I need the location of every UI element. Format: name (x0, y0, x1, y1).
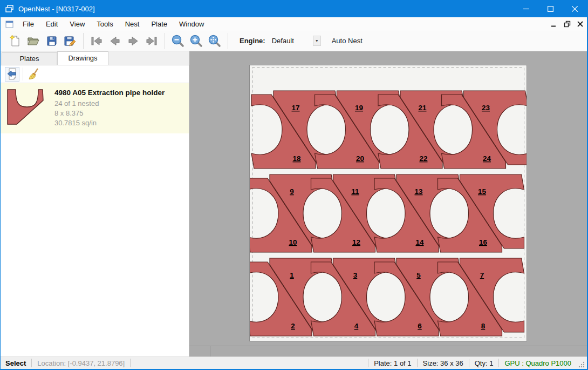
drawings-panel: 4980 A05 Extraction pipe holder 24 of 1 … (1, 65, 189, 356)
part-number: 4 (354, 322, 359, 330)
auto-nest-button[interactable]: Auto Nest (329, 35, 366, 47)
canvas-scroll-tick (210, 346, 210, 356)
part-number: 18 (292, 154, 301, 163)
zoom-in-button[interactable] (187, 32, 206, 50)
part-thumbnail (7, 89, 49, 128)
main-toolbar: Engine: Default ▾ Auto Nest (1, 31, 587, 51)
plate[interactable]: 171819202122232491011121314151612345678 (249, 65, 527, 341)
drawing-list-item[interactable]: 4980 A05 Extraction pipe holder 24 of 1 … (1, 83, 189, 133)
part-number: 12 (352, 238, 360, 246)
maximize-button[interactable] (538, 0, 563, 17)
canvas-scroll-divider (189, 346, 587, 346)
status-plate: Plate: 1 of 1 (368, 359, 416, 367)
status-size: Size: 36 x 36 (418, 359, 469, 367)
part-number: 23 (482, 104, 490, 112)
window-title: OpenNest - [N0317-002] (18, 5, 95, 13)
part-number: 11 (351, 187, 359, 196)
part-number: 10 (289, 238, 297, 246)
nest-canvas[interactable]: 171819202122232491011121314151612345678 (189, 51, 587, 356)
menu-tools[interactable]: Tools (91, 18, 119, 30)
mdi-restore-button[interactable] (561, 19, 573, 30)
previous-plate-button[interactable] (106, 32, 124, 50)
part-number: 13 (414, 187, 423, 196)
part-number: 24 (483, 154, 491, 163)
opennest-window: OpenNest - [N0317-002] File Edit View To… (0, 0, 588, 370)
part-pair: 2324 (442, 91, 527, 169)
drawing-area: 30.7815 sq/in (54, 118, 165, 128)
menu-window[interactable]: Window (173, 18, 210, 30)
next-plate-button[interactable] (124, 32, 142, 50)
document-icon[interactable] (5, 21, 13, 28)
drawings-toolbar (1, 65, 189, 83)
part-number: 14 (415, 238, 424, 246)
status-location: Location: [-0.9437, 21.8796] (32, 359, 130, 367)
tab-drawings[interactable]: Drawings (57, 51, 108, 65)
plate-svg: 171819202122232491011121314151612345678 (250, 65, 527, 341)
drawing-nested-count: 24 of 1 nested (54, 99, 165, 109)
engine-value: Default (270, 36, 313, 46)
tab-plates[interactable]: Plates (2, 52, 57, 65)
save-button[interactable] (43, 32, 61, 50)
mdi-close-button[interactable] (574, 19, 586, 30)
zoom-fit-button[interactable] (206, 32, 224, 50)
part-number: 5 (416, 271, 421, 279)
part-number: 7 (480, 271, 484, 279)
part-number: 16 (479, 238, 488, 246)
menu-file[interactable]: File (17, 18, 40, 30)
part-number: 21 (418, 104, 427, 112)
app-icon (5, 4, 14, 13)
save-as-button[interactable] (61, 32, 79, 50)
part-number: 22 (419, 154, 427, 163)
part-number: 19 (355, 104, 363, 112)
sidebar: Plates Drawings (1, 51, 189, 356)
first-plate-button[interactable] (87, 32, 106, 50)
status-gpu: GPU : Quadro P1000 (499, 359, 577, 367)
drawing-dimensions: 8 x 8.375 (54, 109, 165, 118)
titlebar: OpenNest - [N0317-002] (1, 0, 587, 17)
minimize-button[interactable] (514, 0, 538, 17)
part-number: 17 (291, 104, 299, 112)
open-button[interactable] (24, 32, 43, 50)
close-button[interactable] (563, 0, 587, 17)
statusbar: Select Location: [-0.9437, 21.8796] Plat… (1, 356, 587, 369)
part-number: 1 (290, 271, 294, 279)
mdi-minimize-button[interactable] (548, 19, 560, 30)
import-drawing-button[interactable] (5, 67, 19, 82)
part-number: 9 (290, 187, 294, 196)
menubar: File Edit View Tools Nest Plate Window (1, 17, 587, 31)
clean-broom-button[interactable] (26, 67, 41, 82)
part-number: 2 (291, 322, 295, 330)
part-number: 15 (478, 187, 487, 196)
resize-grip[interactable] (578, 361, 585, 368)
part-number: 8 (481, 322, 486, 330)
menu-edit[interactable]: Edit (40, 18, 64, 30)
part-number: 6 (418, 322, 422, 330)
sidebar-tabs: Plates Drawings (1, 51, 189, 65)
chevron-down-icon[interactable]: ▾ (313, 36, 321, 46)
status-mode: Select (1, 359, 31, 367)
status-qty: Qty: 1 (469, 359, 499, 367)
menu-plate[interactable]: Plate (145, 18, 173, 30)
part-number: 20 (356, 154, 364, 163)
part-pair: 78 (438, 258, 524, 336)
drawing-title: 4980 A05 Extraction pipe holder (54, 89, 165, 97)
menu-nest[interactable]: Nest (119, 18, 146, 30)
part-number: 3 (353, 271, 358, 279)
last-plate-button[interactable] (142, 32, 161, 50)
new-button[interactable] (6, 32, 24, 50)
part-pair: 1516 (438, 174, 524, 252)
menu-view[interactable]: View (64, 18, 91, 30)
engine-label: Engine: (240, 37, 265, 45)
zoom-out-button[interactable] (169, 32, 187, 50)
engine-select[interactable]: Default ▾ (270, 36, 321, 46)
